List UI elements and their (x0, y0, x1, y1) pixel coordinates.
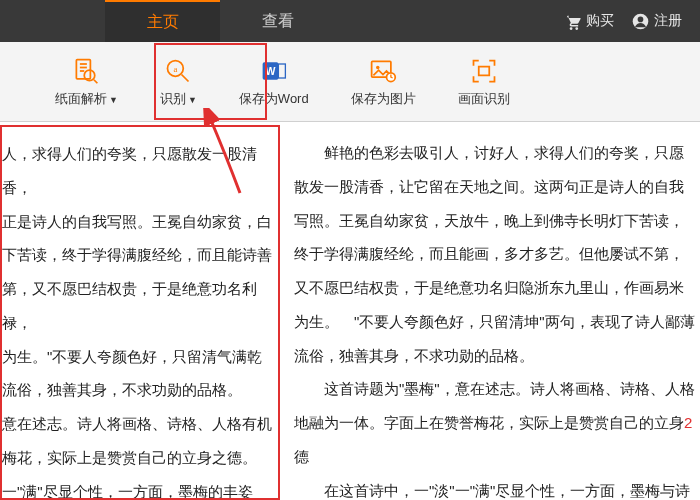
text-line: 下苦读，终于学得满腹经纶，而且能诗善 (2, 238, 272, 272)
word-icon: W (259, 56, 289, 86)
screen-recognize-button[interactable]: 画面识别 (458, 56, 510, 108)
svg-rect-2 (77, 59, 91, 78)
svg-line-7 (94, 79, 98, 83)
svg-point-15 (376, 65, 380, 69)
buy-label: 购买 (586, 12, 614, 30)
content-area: 人，求得人们的夸奖，只愿散发一股清香，正是诗人的自我写照。王冕自幼家贫，白下苦读… (0, 122, 700, 500)
recognize-button[interactable]: a 识别▼ (160, 56, 197, 108)
text-line: 一"满"尽显个性，一方面，墨梅的丰姿 (2, 475, 272, 501)
text-line: 第，又不愿巴结权贵，于是绝意功名利禄， (2, 272, 272, 340)
tab-label: 查看 (262, 11, 294, 32)
save-word-button[interactable]: W 保存为Word (239, 56, 309, 108)
save-image-button[interactable]: 保存为图片 (351, 56, 416, 108)
svg-line-9 (182, 74, 189, 81)
tab-home[interactable]: 主页 (105, 0, 220, 42)
button-label: 保存为Word (239, 90, 309, 108)
text-line: 意在述志。诗人将画格、诗格、人格有机 (2, 407, 272, 441)
page-analysis-button[interactable]: 纸面解析▼ (55, 56, 118, 108)
button-label: 纸面解析▼ (55, 90, 118, 108)
top-bar: 主页 查看 购买 注册 (0, 0, 700, 42)
buy-button[interactable]: 购买 (564, 12, 614, 30)
svg-text:W: W (265, 64, 275, 76)
svg-rect-13 (278, 64, 285, 78)
tab-view[interactable]: 查看 (220, 0, 335, 42)
text-line: 流俗，独善其身，不求功勋的品格。 (2, 373, 272, 407)
recognize-icon: a (163, 56, 193, 86)
screen-icon (469, 56, 499, 86)
toolbar: 纸面解析▼ a 识别▼ W 保存为Word 保存为图片 画面识别 (0, 42, 700, 122)
register-label: 注册 (654, 12, 682, 30)
paragraph: 在这首诗中，一"淡"一"满"尽显个性，一方面，墨梅与诗人傲岸的形象跃然纸上；另一… (294, 474, 698, 501)
button-label: 保存为图片 (351, 90, 416, 108)
svg-point-1 (638, 16, 644, 22)
svg-text:a: a (174, 63, 178, 73)
tab-label: 主页 (147, 12, 179, 33)
cart-icon (564, 13, 581, 30)
user-icon (632, 13, 649, 30)
text-line: 梅花，实际上是赞赏自己的立身之德。 (2, 441, 272, 475)
register-button[interactable]: 注册 (632, 12, 682, 30)
button-label: 画面识别 (458, 90, 510, 108)
text-line: 正是诗人的自我写照。王冕自幼家贫，白 (2, 205, 272, 239)
svg-rect-17 (478, 66, 489, 75)
left-pane: 人，求得人们的夸奖，只愿散发一股清香，正是诗人的自我写照。王冕自幼家贫，白下苦读… (0, 125, 280, 500)
topbar-right: 购买 注册 (564, 0, 700, 42)
text-line: 人，求得人们的夸奖，只愿散发一股清香， (2, 137, 272, 205)
right-pane: 鲜艳的色彩去吸引人，讨好人，求得人们的夸奖，只愿散发一股清香，让它留在天地之间。… (280, 122, 700, 500)
paragraph: 这首诗题为"墨梅"，意在述志。诗人将画格、诗格、人格地融为一体。字面上在赞誉梅花… (294, 372, 698, 473)
page-analysis-icon (71, 56, 101, 86)
paragraph: 鲜艳的色彩去吸引人，讨好人，求得人们的夸奖，只愿散发一股清香，让它留在天地之间。… (294, 136, 698, 372)
text-line: 为生。"不要人夸颜色好，只留清气满乾 (2, 340, 272, 374)
button-label: 识别▼ (160, 90, 197, 108)
topbar-spacer (0, 0, 105, 42)
image-icon (368, 56, 398, 86)
